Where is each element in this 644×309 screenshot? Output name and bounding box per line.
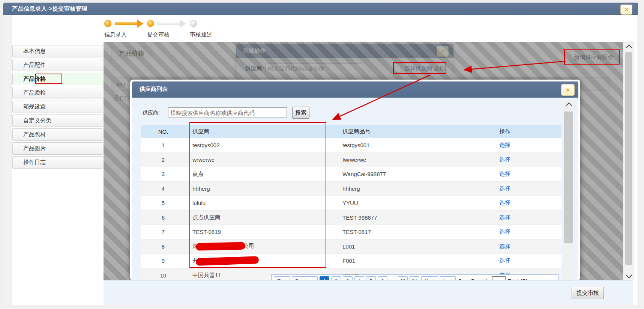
action-cell: 选择: [492, 243, 510, 250]
supplier-list-body: 供应商: 搜索 NO.供应商供应商品号操作 1testgys002testgys…: [132, 98, 578, 280]
row-number-cell: 4: [141, 185, 186, 192]
action-cell: 选择: [492, 185, 510, 192]
step-arrow-icon: [115, 22, 138, 25]
redaction-scribble: [196, 242, 245, 251]
action-cell: 选择: [492, 142, 510, 149]
row-number-cell: 7: [141, 229, 186, 235]
row-number-cell: 1: [141, 142, 186, 148]
step-dot-icon: [104, 20, 111, 27]
select-link[interactable]: 选择: [499, 156, 510, 163]
pager-previous[interactable]: Previous: [292, 276, 318, 280]
modal-scrollbar[interactable]: [563, 100, 574, 280]
search-field-label: 供应商:: [143, 110, 160, 116]
bottom-action-bar: 提交审核: [104, 280, 633, 305]
supplier-cell: wrwerwe: [186, 157, 336, 163]
chevron-up-icon[interactable]: [626, 45, 632, 51]
chevron-down-icon[interactable]: [626, 272, 632, 279]
chevron-up-icon[interactable]: [566, 102, 572, 109]
action-cell: 选择: [492, 170, 510, 178]
select-link[interactable]: 选择: [499, 214, 510, 220]
pager-page-5[interactable]: 5: [366, 276, 376, 280]
supplier-cell: 开厂: [186, 257, 336, 265]
pager-page-4[interactable]: 4: [354, 276, 364, 280]
action-cell: 选择: [492, 257, 510, 264]
supplier-cell: TEST-0819: [186, 229, 336, 235]
pager-page-1[interactable]: 1: [320, 276, 329, 280]
sidebar-item-产品配件[interactable]: 产品配件: [12, 59, 103, 71]
select-link[interactable]: 选择: [499, 142, 510, 148]
page: 产品信息录入->提交审核管理 ✕ 信息录入提交审核审核通过 基本信息产品配件产品…: [0, 0, 644, 309]
supplier-search-input[interactable]: [168, 107, 287, 118]
table-row: 7TEST-0819TEST-0817选择: [141, 225, 561, 240]
table-row: 1testgys002testgys001选择: [141, 138, 561, 153]
page-scrollbar[interactable]: [624, 42, 633, 280]
column-header: 操作: [492, 128, 510, 135]
product-no-cell: hhherg: [336, 185, 492, 192]
pager-page-6[interactable]: 6: [378, 276, 387, 280]
progress-steps: 信息录入提交审核审核通过: [104, 19, 212, 39]
select-link[interactable]: 选择: [499, 228, 510, 235]
column-header: 供应商: [186, 128, 336, 135]
product-no-cell: WangCai-998877: [336, 171, 492, 177]
pager-total: Total 472: [507, 276, 529, 280]
supplier-cell: 点点供应商: [186, 214, 336, 221]
select-link[interactable]: 选择: [499, 170, 510, 177]
sidebar-item-产品质检[interactable]: 产品质检: [12, 87, 103, 99]
supplier-list-modal: 供应商列表 ✕ 供应商: 搜索 NO.供应商供应商品号操作 1testgys00…: [130, 80, 580, 280]
sidebar-menu: 基本信息产品配件产品价格产品质检箱规设置自定义分类产品包材产品图片操作日志: [12, 45, 103, 170]
page-scrollbar-thumb[interactable]: [625, 52, 632, 265]
pager-size-input[interactable]: [492, 276, 506, 280]
window-close-icon[interactable]: ✕: [620, 5, 632, 15]
product-no-cell: YYUU: [336, 200, 492, 206]
sidebar-item-产品价格[interactable]: 产品价格: [12, 73, 103, 85]
action-cell: 选择: [492, 156, 510, 163]
product-no-cell: fwrwerwe: [336, 157, 492, 163]
select-link[interactable]: 选择: [499, 243, 510, 249]
modal-scrollbar-thumb[interactable]: [564, 112, 573, 243]
row-number-cell: 10: [141, 272, 186, 279]
select-link[interactable]: 选择: [499, 199, 510, 206]
sidebar-item-操作日志[interactable]: 操作日志: [12, 156, 103, 169]
sidebar-item-箱规设置[interactable]: 箱规设置: [12, 101, 103, 113]
modal-close-icon[interactable]: ✕: [561, 84, 575, 96]
search-button[interactable]: 搜索: [292, 107, 309, 119]
table-row: 5lululuYYUU选择: [141, 196, 561, 211]
supplier-cell: lululu: [186, 200, 336, 206]
supplier-cell: testgys002: [186, 142, 336, 148]
pager-last[interactable]: Last: [440, 276, 456, 280]
step-label: 审核通过: [190, 31, 212, 38]
table-row: 3点点WangCai-998877选择: [141, 167, 561, 182]
column-header: NO.: [141, 128, 186, 135]
row-number-cell: 6: [141, 214, 186, 221]
pagination-bar: FirstPrevious123456...2324NextLastPage R…: [271, 274, 558, 280]
select-link[interactable]: 选择: [499, 257, 510, 264]
action-cell: 选择: [492, 214, 510, 221]
product-no-cell: L001: [336, 243, 492, 250]
pager-page-23[interactable]: 23: [398, 276, 408, 280]
product-no-cell: TEST-998877: [336, 214, 492, 221]
supplier-list-header: 供应商列表 ✕: [132, 81, 578, 98]
sidebar-item-基本信息[interactable]: 基本信息: [12, 45, 103, 57]
sidebar-item-产品包材[interactable]: 产品包材: [12, 128, 103, 141]
step-dot-icon: [147, 20, 154, 27]
pager-page-2[interactable]: 2: [331, 276, 341, 280]
sidebar-item-产品图片[interactable]: 产品图片: [12, 142, 103, 155]
supplier-cell: hhherg: [186, 185, 336, 192]
submit-review-button[interactable]: 提交审核: [572, 287, 604, 299]
row-number-cell: 8: [141, 243, 186, 250]
pager-page-24[interactable]: 24: [410, 276, 419, 280]
sidebar-item-自定义分类[interactable]: 自定义分类: [12, 115, 103, 127]
window-title-bar: 产品信息录入->提交审核管理 ✕: [3, 3, 638, 15]
table-row: 9开厂F001选择: [141, 254, 561, 268]
pager-first[interactable]: First: [274, 276, 290, 280]
pager-next[interactable]: Next: [421, 276, 438, 280]
product-no-cell: TEST-0817: [336, 229, 492, 235]
progress-step: 提交审核: [147, 19, 190, 38]
supplier-list-title: 供应商列表: [140, 86, 168, 93]
step-label: 信息录入: [104, 31, 147, 38]
pager-page-3[interactable]: 3: [343, 276, 353, 280]
table-row: 2wrwerwefwrwerwe选择: [141, 153, 561, 167]
select-link[interactable]: 选择: [499, 185, 510, 191]
table-row: 4hhherghhherg选择: [141, 182, 561, 196]
row-number-cell: 3: [141, 171, 186, 177]
